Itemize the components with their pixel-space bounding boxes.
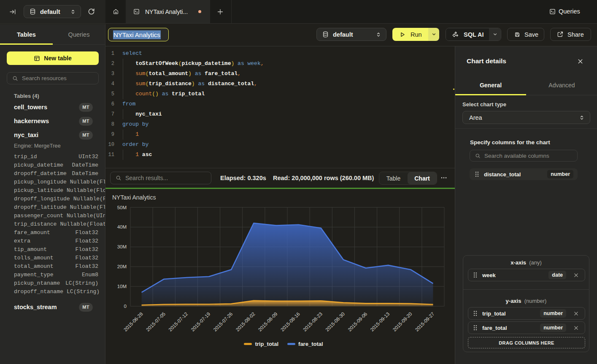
svg-text:2015-07-26: 2015-07-26 <box>212 311 233 332</box>
svg-text:2015-08-30: 2015-08-30 <box>324 311 346 332</box>
svg-text:10M: 10M <box>117 284 127 289</box>
svg-text:30M: 30M <box>117 244 127 249</box>
svg-text:0: 0 <box>124 304 127 309</box>
svg-text:50M: 50M <box>117 205 127 210</box>
svg-text:2015-09-13: 2015-09-13 <box>369 311 390 332</box>
svg-text:2015-07-19: 2015-07-19 <box>190 311 211 332</box>
svg-text:2015-08-02: 2015-08-02 <box>235 311 256 332</box>
svg-text:2015-09-06: 2015-09-06 <box>347 311 368 332</box>
svg-text:2015-07-05: 2015-07-05 <box>145 311 166 332</box>
svg-text:2015-06-28: 2015-06-28 <box>123 311 144 332</box>
svg-text:2015-09-27: 2015-09-27 <box>414 311 435 332</box>
svg-text:2015-08-16: 2015-08-16 <box>280 311 301 332</box>
svg-text:20M: 20M <box>117 264 127 269</box>
svg-text:2015-08-09: 2015-08-09 <box>257 311 278 332</box>
svg-text:2015-07-12: 2015-07-12 <box>167 311 189 332</box>
svg-text:2015-08-23: 2015-08-23 <box>302 311 323 332</box>
svg-text:2015-09-20: 2015-09-20 <box>392 311 413 332</box>
svg-text:40M: 40M <box>117 224 127 229</box>
